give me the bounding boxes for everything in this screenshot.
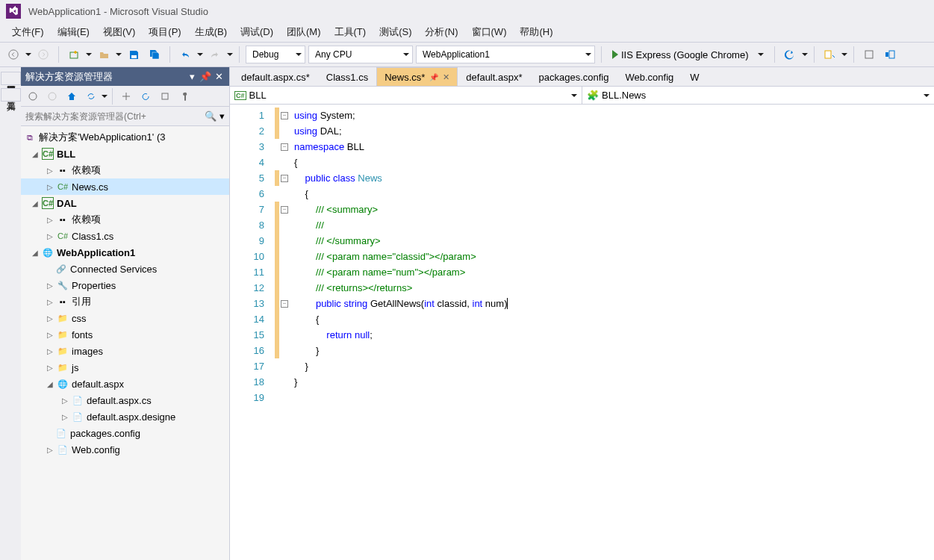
collapse-icon[interactable]: ◢	[30, 149, 40, 159]
ext1-button[interactable]	[860, 46, 878, 63]
chevron-down-icon[interactable]: ▾	[220, 111, 225, 122]
default-aspx[interactable]: ◢🌐default.aspx	[21, 376, 229, 392]
expand-icon[interactable]: ▷	[60, 395, 70, 405]
collapse-icon[interactable]: ◢	[30, 198, 40, 208]
default-aspx-des[interactable]: ▷📄default.aspx.designe	[21, 408, 229, 425]
menu-project[interactable]: 项目(P)	[143, 22, 187, 42]
chevron-down-icon[interactable]	[102, 95, 108, 98]
startup-dropdown[interactable]: WebApplication1	[416, 46, 595, 63]
bll-project[interactable]: ◢C#BLL	[21, 146, 229, 162]
expand-icon[interactable]: ▷	[45, 346, 55, 356]
class1-file[interactable]: ▷C#Class1.cs	[21, 228, 229, 244]
nav-fwd-button[interactable]	[34, 46, 52, 63]
save-button[interactable]	[125, 46, 143, 63]
sync-icon[interactable]	[82, 87, 100, 105]
chevron-down-icon[interactable]	[25, 53, 31, 56]
tab-class1[interactable]: Class1.cs	[318, 67, 376, 86]
menu-test[interactable]: 测试(S)	[373, 22, 417, 42]
fonts-folder[interactable]: ▷📁fonts	[21, 326, 229, 343]
open-file-button[interactable]	[95, 46, 113, 63]
refs-node[interactable]: ▷▪▪引用	[21, 293, 229, 310]
chevron-down-icon[interactable]	[116, 53, 122, 56]
chevron-down-icon[interactable]	[802, 53, 808, 56]
menu-window[interactable]: 窗口(W)	[466, 22, 513, 42]
collapse-icon[interactable]	[156, 87, 174, 105]
panel-menu-icon[interactable]: ▾	[186, 71, 198, 83]
chevron-down-icon[interactable]	[197, 53, 203, 56]
props-node[interactable]: ▷🔧Properties	[21, 277, 229, 293]
fold-box-icon[interactable]: −	[281, 300, 288, 308]
tab-default-aspx[interactable]: default.aspx*	[458, 67, 530, 86]
fold-box-icon[interactable]: −	[281, 206, 288, 214]
back-icon[interactable]	[24, 87, 42, 105]
default-aspx-cs[interactable]: ▷📄default.aspx.cs	[21, 392, 229, 408]
expand-icon[interactable]: ▷	[45, 231, 55, 241]
expand-icon[interactable]: ▷	[45, 280, 55, 290]
pin-icon[interactable]: 📌	[429, 73, 438, 81]
collapse-icon[interactable]: ◢	[45, 379, 55, 389]
browser-refresh-button[interactable]	[781, 46, 799, 63]
expand-icon[interactable]: ▷	[45, 313, 55, 323]
chevron-down-icon[interactable]	[86, 53, 92, 56]
web-config[interactable]: ▷📄Web.config	[21, 441, 229, 458]
scope-icon[interactable]	[117, 87, 135, 105]
connsvc-node[interactable]: 🔗Connected Services	[21, 261, 229, 277]
css-folder[interactable]: ▷📁css	[21, 310, 229, 326]
tab-webconfig[interactable]: Web.config	[617, 67, 682, 86]
server-explorer-tab[interactable]: 服务器资源管理器	[1, 72, 21, 85]
expand-icon[interactable]: ▷	[45, 329, 55, 340]
menu-tools[interactable]: 工具(T)	[329, 22, 373, 42]
tab-news[interactable]: News.cs*📌✕	[376, 67, 458, 86]
find-in-files-button[interactable]	[821, 46, 838, 63]
tab-default-cs[interactable]: default.aspx.cs*	[233, 67, 318, 86]
nav-namespace[interactable]: C#BLL	[230, 87, 582, 104]
close-icon[interactable]: ✕	[443, 72, 449, 82]
menu-edit[interactable]: 编辑(E)	[52, 22, 96, 42]
code-editor[interactable]: 12345678910111213141516171819 − − − − − …	[230, 105, 934, 560]
menu-view[interactable]: 视图(V)	[97, 22, 141, 42]
platform-dropdown[interactable]: Any CPU	[308, 46, 413, 63]
redo-button[interactable]	[206, 46, 224, 63]
new-project-button[interactable]	[65, 46, 83, 63]
fold-box-icon[interactable]: −	[281, 143, 288, 151]
menu-team[interactable]: 团队(M)	[281, 22, 327, 42]
expand-icon[interactable]: ▷	[45, 214, 55, 225]
menu-help[interactable]: 帮助(H)	[514, 22, 558, 42]
menu-build[interactable]: 生成(B)	[189, 22, 233, 42]
dal-project[interactable]: ◢C#DAL	[21, 195, 229, 211]
images-folder[interactable]: ▷📁images	[21, 343, 229, 359]
refresh-icon[interactable]	[137, 87, 155, 105]
js-folder[interactable]: ▷📁js	[21, 359, 229, 376]
close-icon[interactable]: ✕	[213, 71, 225, 83]
nav-class[interactable]: 🧩BLL.News	[582, 87, 934, 104]
menu-debug[interactable]: 调试(D)	[234, 22, 279, 42]
toolbox-tab[interactable]: 工具箱	[1, 88, 21, 102]
expand-icon[interactable]: ▷	[45, 444, 55, 455]
packages-config[interactable]: 📄packages.config	[21, 425, 229, 441]
dal-deps[interactable]: ▷▪▪依赖项	[21, 211, 229, 228]
pin-icon[interactable]: 📌	[199, 71, 211, 83]
tab-packages[interactable]: packages.config	[531, 67, 617, 86]
webapp-project[interactable]: ◢🌐WebApplication1	[21, 244, 229, 261]
menu-file[interactable]: 文件(F)	[6, 22, 50, 42]
collapse-icon[interactable]: ◢	[30, 247, 40, 258]
search-box[interactable]: 🔍 ▾	[21, 107, 229, 126]
code-text[interactable]: using System; using DAL; namespace BLL {…	[290, 105, 934, 560]
ext2-button[interactable]	[881, 46, 899, 63]
expand-icon[interactable]: ▷	[60, 411, 70, 422]
bll-deps[interactable]: ▷▪▪依赖项	[21, 162, 229, 178]
chevron-down-icon[interactable]	[227, 53, 233, 56]
tab-overflow[interactable]: W	[682, 67, 707, 86]
chevron-down-icon[interactable]	[841, 53, 847, 56]
expand-icon[interactable]: ▷	[45, 362, 55, 373]
save-all-button[interactable]	[146, 46, 164, 63]
expand-icon[interactable]: ▷	[45, 296, 55, 307]
nav-back-button[interactable]	[4, 46, 22, 63]
undo-button[interactable]	[176, 46, 194, 63]
fwd-icon[interactable]	[43, 87, 61, 105]
expand-icon[interactable]: ▷	[45, 181, 55, 192]
properties-icon[interactable]	[175, 87, 193, 105]
home-icon[interactable]	[63, 87, 81, 105]
news-file[interactable]: ▷C#News.cs	[21, 178, 229, 195]
solution-node[interactable]: ⧉解决方案'WebApplication1' (3	[21, 129, 229, 146]
